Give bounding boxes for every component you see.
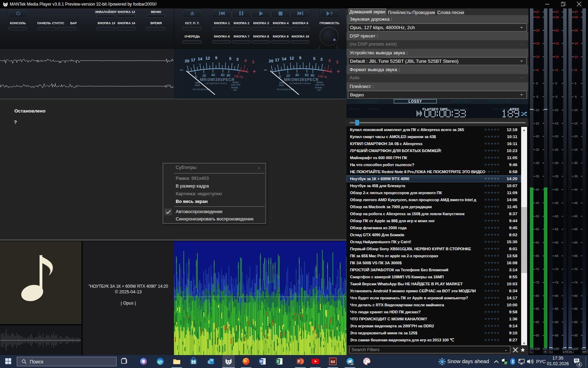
svg-text:3: 3 (236, 57, 238, 61)
svg-text:MODEL: MODEL (315, 87, 323, 89)
svg-text:9: 9 (215, 56, 217, 60)
svg-text:64: 64 (331, 360, 335, 364)
svg-text:9: 9 (299, 56, 301, 60)
svg-text:17: 17 (275, 58, 279, 62)
svg-text:12: 12 (289, 56, 294, 60)
svg-text:INTERNATIONAL: INTERNATIONAL (289, 82, 312, 84)
svg-text:163: 163 (233, 89, 237, 91)
svg-text:80: 80 (226, 73, 230, 77)
svg-text:5: 5 (229, 56, 232, 61)
svg-text:14: 14 (198, 57, 202, 61)
svg-text:163: 163 (317, 89, 321, 91)
svg-text:3900Ω: 3900Ω (232, 81, 239, 83)
svg-text:80: 80 (310, 73, 314, 77)
svg-text:600Ω: 600Ω (279, 84, 284, 86)
svg-text:X: X (277, 360, 279, 363)
svg-text:–: – (180, 67, 183, 73)
svg-text:20: 20 (202, 74, 206, 78)
svg-text:60: 60 (305, 73, 309, 77)
svg-text:P: P (298, 360, 300, 363)
svg-text:MODEL: MODEL (231, 87, 239, 89)
svg-text:MRI3WI28SPECR: MRI3WI28SPECR (284, 77, 319, 82)
svg-text:MRI3WI28SPECR: MRI3WI28SPECR (200, 77, 235, 82)
svg-text:0: 0 (244, 59, 246, 63)
svg-text:60: 60 (221, 73, 225, 77)
svg-text:3: 3 (252, 60, 254, 64)
svg-text:1000 CPS: 1000 CPS (315, 84, 324, 86)
svg-text:600Ω: 600Ω (195, 84, 200, 86)
svg-text:INTERNATIONAL: INTERNATIONAL (205, 82, 227, 84)
svg-text:3: 3 (320, 57, 322, 61)
svg-text:–: – (264, 67, 267, 73)
svg-text:20: 20 (185, 59, 189, 63)
svg-text:40: 40 (211, 73, 215, 77)
svg-text:5: 5 (313, 56, 316, 61)
svg-text:100 %: 100 % (233, 74, 244, 79)
svg-text:20: 20 (286, 74, 290, 78)
svg-text:40: 40 (295, 73, 299, 77)
svg-text:14: 14 (282, 57, 286, 61)
svg-text:W: W (259, 360, 263, 363)
svg-text:?: ? (330, 11, 333, 16)
svg-text:3900Ω: 3900Ω (316, 81, 323, 83)
svg-text:12: 12 (205, 56, 210, 60)
svg-text:17: 17 (191, 58, 195, 62)
svg-text:1000 CPS: 1000 CPS (231, 84, 240, 86)
svg-text:3: 3 (336, 60, 338, 64)
svg-text:+: + (337, 68, 340, 74)
svg-text:20: 20 (269, 59, 273, 63)
svg-text:100 %: 100 % (317, 74, 328, 79)
svg-text:+: + (253, 68, 256, 74)
svg-text:0: 0 (328, 59, 330, 63)
